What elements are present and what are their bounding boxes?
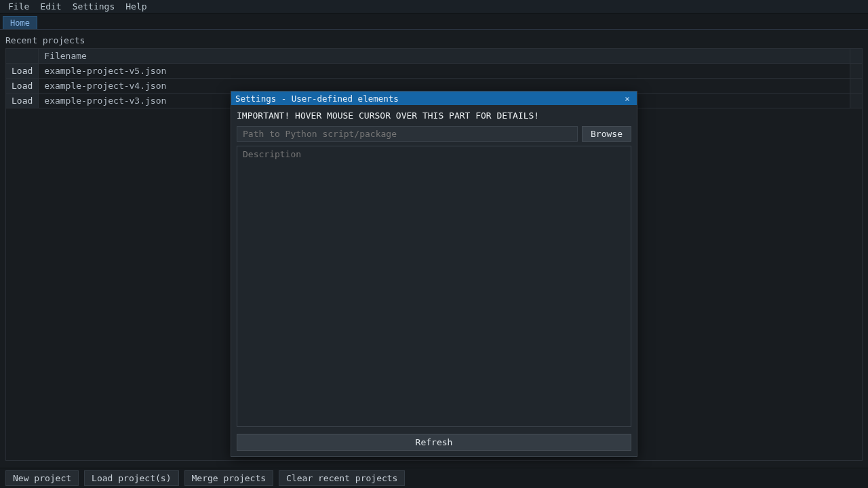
menubar: File Edit Settings Help <box>0 0 868 14</box>
refresh-button[interactable]: Refresh <box>237 434 631 451</box>
menu-edit[interactable]: Edit <box>35 0 66 13</box>
menu-settings[interactable]: Settings <box>67 0 121 13</box>
menu-file[interactable]: File <box>3 0 35 13</box>
new-project-button[interactable]: New project <box>5 470 79 486</box>
recent-col-load <box>6 49 39 64</box>
dialog-titlebar[interactable]: Settings - User-defined elements × <box>231 92 637 105</box>
dialog-body: IMPORTANT! HOVER MOUSE CURSOR OVER THIS … <box>231 105 637 456</box>
python-path-input[interactable] <box>237 126 578 142</box>
load-button[interactable]: Load <box>6 94 39 108</box>
bottom-action-bar: New project Load project(s) Merge projec… <box>0 468 868 488</box>
load-button[interactable]: Load <box>6 64 39 79</box>
clear-recent-projects-button[interactable]: Clear recent projects <box>279 470 405 486</box>
merge-projects-button[interactable]: Merge projects <box>184 470 274 486</box>
load-button[interactable]: Load <box>6 79 39 94</box>
recent-col-spacer <box>850 49 863 64</box>
recent-projects-heading: Recent projects <box>5 35 863 45</box>
recent-spacer <box>850 64 863 79</box>
load-projects-button[interactable]: Load project(s) <box>84 470 178 486</box>
tab-home[interactable]: Home <box>3 16 37 29</box>
table-row: Load example-project-v5.json <box>6 64 863 79</box>
recent-spacer <box>850 79 863 94</box>
main-area: Recent projects Filename Load example-pr… <box>0 30 868 468</box>
menu-help[interactable]: Help <box>120 0 152 13</box>
recent-filename: example-project-v5.json <box>39 64 850 79</box>
settings-user-defined-elements-dialog: Settings - User-defined elements × IMPOR… <box>231 91 637 457</box>
browse-button[interactable]: Browse <box>582 126 631 142</box>
close-icon[interactable]: × <box>622 94 633 104</box>
recent-col-filename: Filename <box>39 49 850 64</box>
tab-strip: Home <box>0 14 868 30</box>
description-textarea[interactable] <box>237 146 631 427</box>
dialog-important-text: IMPORTANT! HOVER MOUSE CURSOR OVER THIS … <box>237 110 631 121</box>
dialog-title-text: Settings - User-defined elements <box>235 94 399 104</box>
recent-spacer <box>850 94 863 108</box>
